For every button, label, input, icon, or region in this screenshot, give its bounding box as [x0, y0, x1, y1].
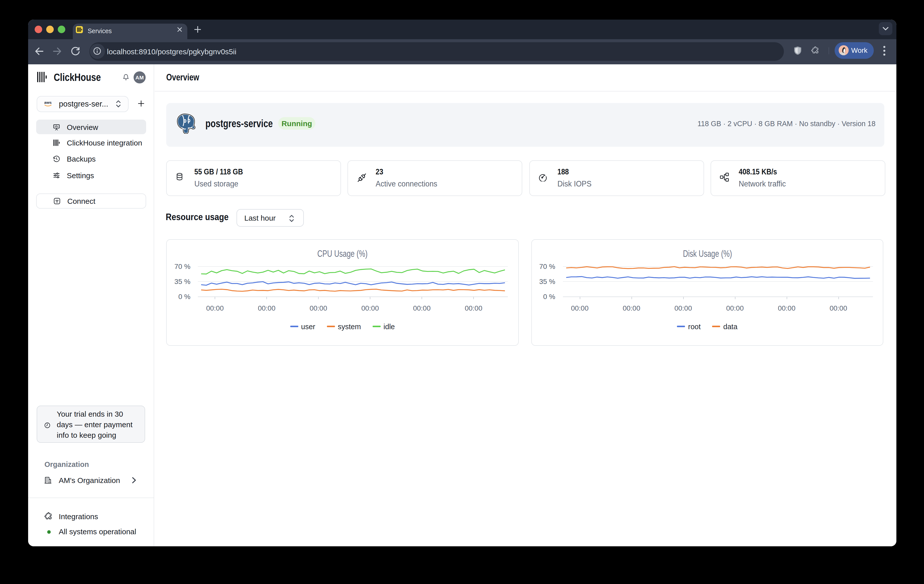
svg-text:aws: aws: [44, 101, 51, 105]
